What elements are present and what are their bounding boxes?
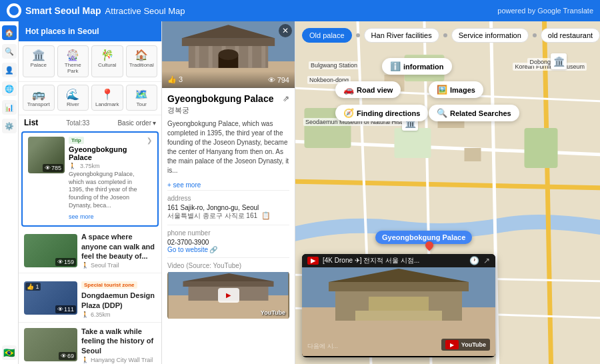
images-icon: 🖼️ <box>437 85 447 95</box>
tab-separator-2 <box>443 33 447 37</box>
related-searches-btn[interactable]: 🔍 Related Searches <box>429 105 519 121</box>
svg-rect-11 <box>261 46 265 68</box>
category-river[interactable]: 🌊 River <box>57 85 89 111</box>
info-overlay-btn[interactable]: ℹ️ information <box>382 58 452 75</box>
see-more-1[interactable]: see more <box>69 213 94 220</box>
icon-bar-search[interactable]: 🔍 <box>2 44 17 59</box>
category-cultural[interactable]: 🎋 Cultural <box>91 45 123 77</box>
svg-rect-44 <box>355 311 442 321</box>
detail-title: Gyeongbokgung Palace <box>167 93 273 104</box>
chevron-right-1: ❯ <box>147 137 152 221</box>
wall-sub: 🚶 Hanyang City Wall Trail <box>81 357 156 363</box>
walk-icon-1: 🚶 <box>69 163 76 169</box>
detail-close-button[interactable]: ✕ <box>279 24 292 37</box>
ddp-thumb: 👍 1 👁 111 <box>24 281 77 315</box>
directions-icon: 🧭 <box>343 108 354 118</box>
road-view-btn[interactable]: 🚗 Road view <box>335 81 401 98</box>
category-tour[interactable]: 🗺️ Tour <box>126 85 158 111</box>
view-count-2: 👁 159 <box>55 258 76 266</box>
share-icon[interactable]: ⇗ <box>283 94 289 103</box>
gyeongbokgung-thumb: 👁 785 <box>28 137 65 173</box>
tab-han-river[interactable]: Han River facilities <box>364 28 439 43</box>
icon-bar-globe[interactable]: 🌐 <box>2 81 17 96</box>
images-btn[interactable]: 🖼️ Images <box>429 81 483 98</box>
website-link[interactable]: Go to website 🔗 <box>167 246 289 253</box>
svg-rect-4 <box>182 38 275 46</box>
powered-by: powered by Google Translate <box>497 7 593 15</box>
tab-separator-1 <box>356 33 360 37</box>
wall-thumb: 👁 69 <box>24 328 77 361</box>
icon-bar-user[interactable]: 👤 <box>2 63 17 77</box>
tab-service-info[interactable]: Service information <box>451 28 529 43</box>
category-transport[interactable]: 🚌 Transport <box>23 85 55 111</box>
finding-directions-btn[interactable]: 🧭 Finding directions <box>335 105 428 121</box>
address-korean: 서울특별시 종로구 사직로 161 📋 <box>167 211 289 221</box>
icon-bar-settings[interactable]: ⚙️ <box>2 119 17 133</box>
icon-bar-flag[interactable]: 🇧🇷 <box>2 345 17 360</box>
address-value: 161 Sajik-ro, Jongno-gu, Seoul <box>167 204 289 211</box>
list-item-ddp[interactable]: 👍 1 👁 111 Special tourist zone Dongdaemu… <box>19 273 161 323</box>
video-label: Video (Source: YouTube) <box>167 262 289 269</box>
video-more-text: 다음에 시... <box>307 342 338 351</box>
river-icon: 🌊 <box>66 88 79 101</box>
eye-icon: 👁 <box>45 165 51 171</box>
tab-old-palace[interactable]: Old palace <box>302 28 352 43</box>
copy-icon[interactable]: 📋 <box>261 211 271 219</box>
left-panel: Hot places in Seoul 🏛️ Palace 🎡 Theme Pa… <box>19 21 162 364</box>
tab-old-restaurant[interactable]: old restaurant <box>541 28 600 43</box>
header-left: Smart Seoul Map Attractive Seoul Map <box>7 3 185 18</box>
ddp-dist: 🚶 6.35km <box>81 311 156 318</box>
item-name-1: Gyeongbokgung Palace <box>69 145 143 161</box>
see-more-link[interactable]: + see more <box>167 181 201 189</box>
video-overlay-title: [4K Drone ✈] 전지적 서울 시점... <box>323 256 465 265</box>
list-item-city-wall[interactable]: 👁 69 Take a walk while feeling the histo… <box>19 323 161 364</box>
list-item-gyeongbokgung[interactable]: 👁 785 Trip Gyeongbokgung Palace 🚶 3.75km… <box>21 131 159 227</box>
map-area[interactable]: Old palace Han River facilities Service … <box>295 21 600 364</box>
item-stats-1: 🚶 3.75km <box>69 163 143 169</box>
video-clock-icon: 🕐 <box>469 256 479 265</box>
svg-rect-7 <box>209 46 213 68</box>
list-item-seoul-trail[interactable]: 👁 159 A space where anyone can walk and … <box>19 228 161 273</box>
video-section: Video (Source: YouTube) ▶ <box>167 257 289 319</box>
category-landmark[interactable]: 📍 Landmark <box>91 85 123 111</box>
svg-rect-41 <box>329 282 469 291</box>
item-desc-1: Gyeongbokgung Palace, which was complete… <box>69 171 143 209</box>
trail-sub: 🚶 Seoul Trail <box>81 262 156 269</box>
ddp-title: Dongdaemun Design Plaza (DDP) <box>81 291 156 310</box>
video-overlay[interactable]: ▶ [4K Drone ✈] 전지적 서울 시점... 🕐 ↗ <box>302 254 495 357</box>
icon-bar-chart[interactable]: 📊 <box>2 100 17 115</box>
video-thumbnail[interactable]: ▶ YouTube <box>167 272 289 319</box>
category-traditional[interactable]: 🏠 Traditional <box>126 45 158 77</box>
app-logo <box>7 3 21 18</box>
palace-icon: 🏛️ <box>32 49 45 61</box>
related-icon: 🔍 <box>437 108 447 118</box>
category-theme[interactable]: 🎡 Theme Park <box>57 45 89 77</box>
place-label-gyeongbokgung[interactable]: Gyeongbokgung Palace <box>375 231 472 244</box>
view-count-3: 👁 111 <box>55 305 76 313</box>
video-share-icon[interactable]: ↗ <box>483 256 490 265</box>
detail-hero-overlay: 👍 3 👁 794 <box>162 71 295 88</box>
gyeongbokgung-info: Trip Gyeongbokgung Palace 🚶 3.75km Gyeon… <box>69 137 143 221</box>
chevron-down-icon: ▾ <box>153 119 156 127</box>
ddp-info: Special tourist zone Dongdaemun Design P… <box>81 277 156 318</box>
category-palace[interactable]: 🏛️ Palace <box>23 45 55 77</box>
list-title: List <box>24 118 38 127</box>
svg-rect-10 <box>248 46 252 68</box>
trail-info: A space where anyone can walk and feel t… <box>81 232 156 269</box>
view-count-1: 👁 785 <box>43 164 63 172</box>
address-label: address <box>167 195 289 202</box>
svg-rect-31 <box>525 128 558 168</box>
header: Smart Seoul Map Attractive Seoul Map pow… <box>0 0 600 21</box>
road-view-icon: 🚗 <box>343 85 354 95</box>
tab-separator-3 <box>533 33 537 37</box>
phone-section: phone number 02-3700-3900 Go to website … <box>167 225 289 257</box>
app-subtitle: Attractive Seoul Map <box>105 6 185 16</box>
icon-bar-home[interactable]: 🏠 <box>2 25 17 40</box>
svg-rect-36 <box>395 128 431 158</box>
list-order-dropdown[interactable]: Basic order ▾ <box>117 119 156 127</box>
trail-sub-icon: 🚶 <box>81 262 89 269</box>
map-tabs: Old palace Han River facilities Service … <box>302 28 593 43</box>
icon-bar: 🏠 🔍 👤 🌐 📊 ⚙️ 🇧🇷 <box>0 21 19 364</box>
detail-description: Gyeongbokgung Palace, which was complete… <box>167 119 289 175</box>
hero-likes: 👍 3 <box>167 75 183 84</box>
